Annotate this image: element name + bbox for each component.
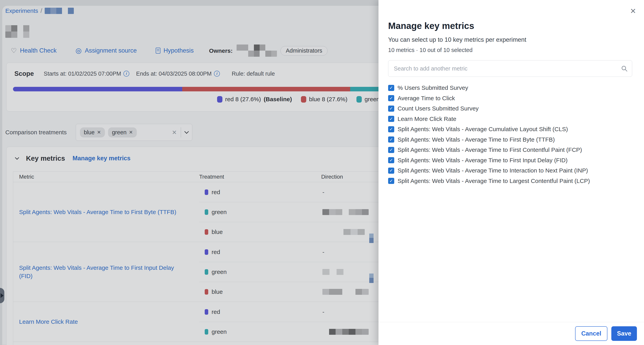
checkbox-checked[interactable]: ✓ (388, 147, 394, 153)
metric-item-label: Split Agents: Web Vitals - Average Time … (398, 178, 590, 184)
checkbox-checked[interactable]: ✓ (388, 116, 394, 122)
metrics-counter: 10 metrics · 10 out of 10 selected (388, 47, 472, 53)
metric-item-label: % Users Submitted Survey (398, 85, 468, 91)
metric-item-label: Split Agents: Web Vitals - Average Time … (398, 136, 555, 143)
checkbox-checked[interactable]: ✓ (388, 178, 394, 184)
metric-search (388, 60, 632, 77)
checkbox-checked[interactable]: ✓ (388, 85, 394, 91)
metric-list-item[interactable]: ✓Split Agents: Web Vitals - Average Time… (388, 135, 638, 145)
metric-item-label: Count Users Submitted Survey (398, 105, 479, 112)
metric-list-item[interactable]: ✓Split Agents: Web Vitals - Average Cumu… (388, 124, 638, 135)
metric-item-label: Split Agents: Web Vitals - Average Time … (398, 167, 588, 174)
checkbox-checked[interactable]: ✓ (388, 126, 394, 132)
metric-list-item[interactable]: ✓% Users Submitted Survey (388, 83, 638, 93)
metric-list-item[interactable]: ✓Learn More Click Rate (388, 114, 638, 124)
checkbox-checked[interactable]: ✓ (388, 136, 394, 143)
metric-list-item[interactable]: ✓Average Time to Click (388, 93, 638, 104)
search-icon (621, 65, 628, 73)
save-button[interactable]: Save (611, 326, 637, 341)
metric-item-label: Average Time to Click (398, 95, 455, 102)
panel-title: Manage key metrics (388, 21, 474, 31)
metric-list-item[interactable]: ✓Split Agents: Web Vitals - Average Time… (388, 176, 638, 186)
metric-list-item[interactable]: ✓Count Users Submitted Survey (388, 103, 638, 114)
panel-subtitle: You can select up to 10 key metrics per … (388, 36, 526, 43)
metric-checkbox-list: ✓% Users Submitted Survey✓Average Time t… (388, 83, 638, 186)
panel-footer: Cancel Save (378, 322, 644, 345)
checkbox-checked[interactable]: ✓ (388, 168, 394, 174)
metric-item-label: Learn More Click Rate (398, 116, 456, 122)
metric-list-item[interactable]: ✓Split Agents: Web Vitals - Average Time… (388, 165, 638, 176)
checkbox-checked[interactable]: ✓ (388, 106, 394, 112)
metric-item-label: Split Agents: Web Vitals - Average Time … (398, 147, 582, 153)
checkbox-checked[interactable]: ✓ (388, 95, 394, 101)
cancel-button[interactable]: Cancel (575, 326, 608, 341)
manage-key-metrics-panel: ✕ Manage key metrics You can select up t… (378, 0, 644, 345)
checkbox-checked[interactable]: ✓ (388, 157, 394, 163)
close-icon[interactable]: ✕ (630, 8, 636, 15)
metric-item-label: Split Agents: Web Vitals - Average Cumul… (398, 126, 568, 133)
metric-list-item[interactable]: ✓Split Agents: Web Vitals - Average Time… (388, 145, 638, 155)
metric-item-label: Split Agents: Web Vitals - Average Time … (398, 157, 568, 164)
metric-list-item[interactable]: ✓Split Agents: Web Vitals - Average Time… (388, 155, 638, 166)
search-input[interactable] (388, 60, 632, 77)
